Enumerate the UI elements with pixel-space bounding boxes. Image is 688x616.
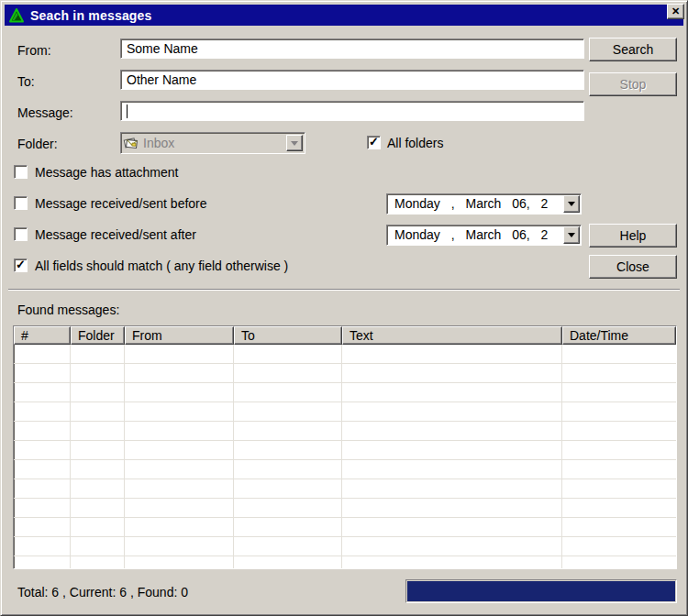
table-row[interactable] bbox=[14, 402, 676, 422]
to-input[interactable] bbox=[120, 70, 584, 90]
checkmark-icon: ✓ bbox=[16, 258, 26, 271]
stop-button[interactable]: Stop bbox=[589, 72, 677, 96]
search-button[interactable]: Search bbox=[589, 38, 677, 61]
status-text: Total: 6 , Current: 6 , Found: 0 bbox=[17, 585, 188, 600]
results-table: # Folder From To Text Date/Time bbox=[13, 325, 677, 569]
table-row[interactable] bbox=[14, 518, 676, 537]
table-row[interactable] bbox=[14, 345, 676, 364]
column-header-from[interactable]: From bbox=[125, 326, 234, 345]
window-title: Seach in messages bbox=[30, 8, 152, 23]
date-before-value: Monday , March 06, 2 bbox=[394, 196, 548, 211]
table-row[interactable] bbox=[14, 537, 676, 556]
close-icon[interactable]: ✕ bbox=[667, 4, 684, 19]
from-input[interactable] bbox=[120, 38, 584, 59]
message-label: Message: bbox=[17, 105, 73, 120]
close-button[interactable]: Close bbox=[589, 255, 677, 279]
date-after-value: Monday , March 06, 2 bbox=[394, 227, 548, 242]
received-after-label[interactable]: Message received/sent after bbox=[35, 227, 196, 242]
attachment-label[interactable]: Message has attachment bbox=[35, 165, 178, 180]
received-before-label[interactable]: Message received/sent before bbox=[35, 196, 207, 211]
folder-dropdown-button[interactable] bbox=[286, 135, 303, 151]
received-after-checkbox[interactable]: ✓ bbox=[14, 227, 28, 241]
date-after-dropdown-button[interactable] bbox=[563, 226, 580, 244]
attachment-checkbox[interactable]: ✓ bbox=[14, 165, 28, 179]
found-messages-label: Found messages: bbox=[17, 302, 119, 317]
checkmark-icon: ✓ bbox=[369, 135, 379, 148]
results-table-header: # Folder From To Text Date/Time bbox=[14, 326, 676, 345]
table-row[interactable] bbox=[14, 364, 676, 383]
table-row[interactable] bbox=[14, 441, 676, 460]
column-header-text[interactable]: Text bbox=[342, 326, 562, 345]
date-before-picker[interactable]: Monday , March 06, 2 bbox=[386, 193, 582, 214]
folder-label: Folder: bbox=[17, 137, 58, 151]
match-all-label[interactable]: All fields should match ( any field othe… bbox=[35, 258, 288, 273]
app-logo-icon bbox=[8, 7, 25, 24]
all-folders-checkbox[interactable]: ✓ bbox=[367, 136, 381, 149]
results-table-body bbox=[14, 345, 676, 569]
message-input[interactable] bbox=[120, 101, 584, 121]
table-row[interactable] bbox=[14, 556, 676, 569]
table-row[interactable] bbox=[14, 460, 676, 479]
table-row[interactable] bbox=[14, 479, 676, 499]
date-before-dropdown-button[interactable] bbox=[563, 195, 580, 213]
progress-bar bbox=[405, 579, 677, 603]
section-divider bbox=[8, 289, 680, 290]
column-header-to[interactable]: To bbox=[234, 326, 342, 345]
folder-combobox[interactable]: Inbox bbox=[120, 132, 305, 154]
mail-folder-icon bbox=[123, 136, 139, 150]
all-folders-label[interactable]: All folders bbox=[387, 136, 443, 150]
received-before-checkbox[interactable]: ✓ bbox=[14, 196, 28, 210]
to-label: To: bbox=[17, 74, 35, 89]
from-label: From: bbox=[17, 43, 51, 58]
titlebar[interactable]: Seach in messages bbox=[5, 5, 683, 26]
match-all-checkbox[interactable]: ✓ bbox=[14, 258, 28, 272]
column-header-number[interactable]: # bbox=[14, 326, 71, 345]
column-header-folder[interactable]: Folder bbox=[71, 326, 125, 345]
table-row[interactable] bbox=[14, 422, 676, 441]
progress-fill bbox=[407, 581, 675, 601]
text-caret bbox=[127, 104, 128, 118]
search-dialog-window: Seach in messages ✕ From: Search To: Sto… bbox=[0, 0, 688, 616]
folder-selected-value: Inbox bbox=[143, 136, 174, 150]
table-row[interactable] bbox=[14, 383, 676, 402]
date-after-picker[interactable]: Monday , March 06, 2 bbox=[386, 225, 582, 246]
chevron-down-icon bbox=[568, 233, 575, 237]
column-header-datetime[interactable]: Date/Time bbox=[562, 326, 676, 345]
chevron-down-icon bbox=[568, 202, 575, 206]
table-row[interactable] bbox=[14, 499, 676, 518]
chevron-down-icon bbox=[291, 141, 298, 146]
help-button[interactable]: Help bbox=[589, 224, 677, 248]
